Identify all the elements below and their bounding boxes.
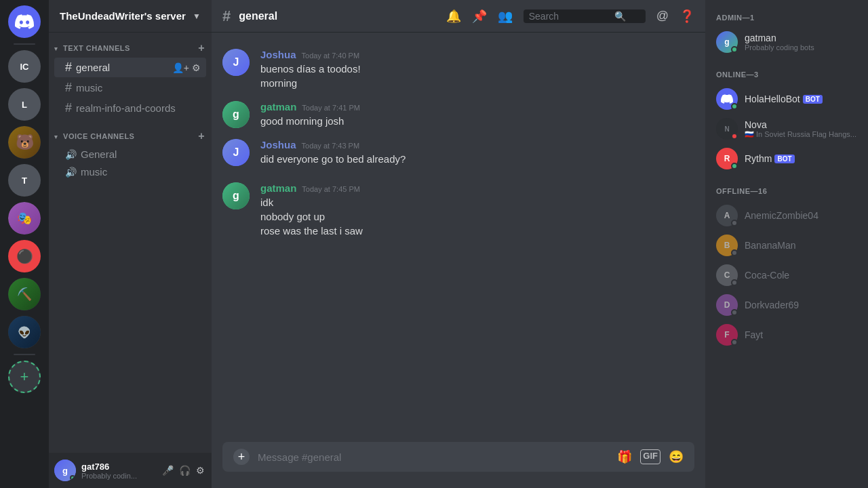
pin-icon[interactable]: 📌 (472, 9, 487, 24)
server-divider (14, 43, 35, 45)
status-dot-coca (731, 279, 738, 286)
server-icon-l[interactable]: L (8, 88, 41, 121)
message-author-4: gatman (260, 182, 296, 194)
emoji-button[interactable]: 😄 (669, 449, 684, 464)
gif-button[interactable]: GIF (640, 449, 660, 464)
member-info-nova: Nova 🇷🇺 In Soviet Russia Flag Hangs... (745, 119, 857, 139)
server-icon-anime[interactable]: 🎭 (8, 202, 41, 235)
member-info-dork: Dorkvader69 (745, 300, 857, 310)
discord-home-button[interactable] (8, 5, 41, 38)
member-avatar-dork: D (716, 294, 738, 316)
avatar-gatman-2: g (222, 182, 250, 209)
member-item-rythm[interactable]: R Rythm BOT (711, 144, 863, 174)
server-icon-ic[interactable]: IC (8, 50, 41, 83)
message-author: Joshua (260, 49, 296, 60)
message-text-4: did everyone go to bed already? (260, 152, 694, 166)
member-name-banana: BananaMan (745, 240, 857, 251)
notification-bell-icon[interactable]: 🔔 (446, 9, 461, 24)
voice-channels-category[interactable]: ▾ VOICE CHANNELS + (49, 126, 212, 145)
message-text-3: good morning josh (260, 114, 694, 128)
server-icon-t[interactable]: T (8, 164, 41, 197)
channel-item-realm[interactable]: # realm-info-and-coords (54, 98, 206, 118)
member-item-holabot[interactable]: HolaHelloBot BOT (711, 84, 863, 114)
messages-area: J Joshua Today at 7:40 PM buenos días a … (212, 33, 705, 442)
member-info-rythm: Rythm BOT (745, 153, 857, 164)
channel-name-realm: realm-info-and-coords (76, 102, 176, 114)
member-avatar-nova: N (716, 118, 738, 140)
message-input[interactable] (258, 451, 609, 463)
member-name-anemic: AnemicZombie04 (745, 210, 857, 221)
server-icon-alien[interactable]: 👽 (8, 316, 41, 348)
chat-header-actions: 🔔 📌 👥 🔍 @ ❓ (446, 9, 694, 24)
member-name-gatman: gatman (745, 33, 857, 43)
add-text-channel-button[interactable]: + (197, 41, 206, 56)
member-item-gatman[interactable]: g gatman Probably coding bots (711, 27, 863, 57)
member-item-nova[interactable]: N Nova 🇷🇺 In Soviet Russia Flag Hangs... (711, 114, 863, 144)
chat-input-box: + 🎁 GIF 😄 (222, 442, 694, 472)
channel-item-music[interactable]: # music (54, 78, 206, 98)
server-icon-minecraft[interactable]: ⛏️ (8, 278, 41, 310)
message-group: g gatman Today at 7:41 PM good morning j… (212, 96, 705, 134)
user-status-text: Probably codin... (81, 472, 155, 480)
members-icon[interactable]: 👥 (498, 9, 513, 24)
member-info-holabot: HolaHelloBot BOT (745, 94, 857, 104)
channel-sidebar: TheUndeadWriter's server ▼ ▾ TEXT CHANNE… (49, 0, 212, 488)
voice-channel-general: General (81, 148, 117, 160)
member-status-nova: 🇷🇺 In Soviet Russia Flag Hangs... (745, 130, 857, 139)
server-header[interactable]: TheUndeadWriter's server ▼ (49, 0, 212, 33)
member-avatar-fayt: F (716, 324, 738, 346)
member-avatar-coca: C (716, 264, 738, 286)
help-icon[interactable]: ❓ (679, 9, 694, 24)
member-item-dork[interactable]: D Dorkvader69 (711, 290, 863, 320)
admin-section-title: ADMIN—1 (711, 11, 863, 24)
member-item-anemic[interactable]: A AnemicZombie04 (711, 201, 863, 230)
server-sidebar: IC L 🐻 T 🎭 ⚫ ⛏️ 👽 + (0, 0, 49, 488)
user-controls: 🎤 🎧 ⚙ (161, 464, 206, 477)
message-timestamp-3: Today at 7:43 PM (302, 142, 360, 150)
channel-item-voice-music[interactable]: 🔊 music (54, 163, 206, 180)
gift-icon[interactable]: 🎁 (617, 449, 632, 464)
attach-file-button[interactable]: + (233, 449, 250, 465)
user-settings-button[interactable]: ⚙ (195, 464, 206, 477)
member-name-dork: Dorkvader69 (745, 300, 857, 310)
message-text: buenos días a toodos! (260, 62, 694, 76)
bot-badge-holabot: BOT (803, 95, 823, 104)
server-icon-red[interactable]: ⚫ (8, 240, 41, 272)
message-timestamp: Today at 7:40 PM (302, 52, 360, 60)
username: gat786 (81, 462, 155, 472)
channel-hash-icon: # (222, 7, 231, 25)
mention-icon[interactable]: @ (656, 9, 669, 23)
member-info-anemic: AnemicZombie04 (745, 210, 857, 221)
member-name-fayt: Fayt (745, 329, 857, 340)
chat-input-area: + 🎁 GIF 😄 (212, 442, 705, 488)
add-voice-channel-button[interactable]: + (197, 129, 206, 144)
member-item-coca[interactable]: C Coca-Cole (711, 260, 863, 290)
settings-icon[interactable]: ⚙ (192, 62, 201, 73)
search-icon: 🔍 (614, 11, 626, 22)
add-server-button[interactable]: + (8, 361, 41, 393)
mute-button[interactable]: 🎤 (161, 464, 175, 477)
user-info: gat786 Probably codin... (81, 462, 155, 480)
member-name-rythm: Rythm BOT (745, 153, 857, 164)
server-name: TheUndeadWriter's server (60, 10, 186, 22)
chat-header: # general 🔔 📌 👥 🔍 @ ❓ (212, 0, 705, 33)
deafen-button[interactable]: 🎧 (178, 464, 192, 477)
member-item-fayt[interactable]: F Fayt (711, 320, 863, 350)
channel-name-music: music (76, 82, 102, 94)
message-content-3: Joshua Today at 7:43 PM did everyone go … (260, 139, 694, 166)
speaker-icon-general: 🔊 (65, 149, 77, 160)
channel-item-voice-general[interactable]: 🔊 General (54, 146, 206, 163)
member-item-banana[interactable]: B BananaMan (711, 230, 863, 260)
member-avatar-anemic: A (716, 205, 738, 226)
status-dot-holabot (731, 103, 738, 110)
member-info-banana: BananaMan (745, 240, 857, 251)
server-icon-bear[interactable]: 🐻 (8, 126, 41, 159)
search-input[interactable] (529, 11, 610, 22)
channel-item-general[interactable]: # general 👤+ ⚙ (54, 58, 206, 77)
search-bar[interactable]: 🔍 (524, 9, 646, 23)
text-channels-category[interactable]: ▾ TEXT CHANNELS + (49, 38, 212, 57)
add-member-icon[interactable]: 👤+ (172, 62, 189, 73)
message-text-2: morning (260, 76, 694, 90)
member-info-fayt: Fayt (745, 329, 857, 340)
message-timestamp-4: Today at 7:45 PM (302, 185, 360, 193)
